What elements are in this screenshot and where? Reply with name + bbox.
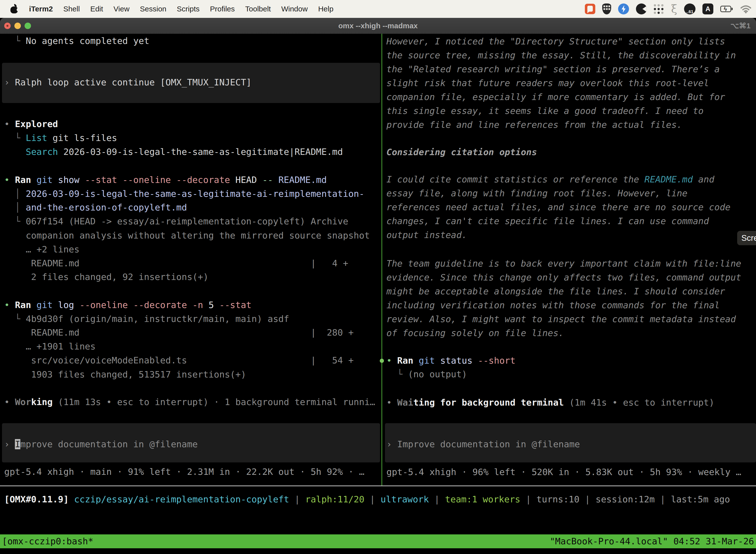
- terminal-line: this single essay, it seems like a good …: [386, 104, 704, 118]
- menu-item-toolbelt[interactable]: Toolbelt: [240, 5, 276, 13]
- terminal-line: However, I noticed the "Directory Struct…: [386, 35, 725, 48]
- terminal-line: slight risk that future readers may over…: [386, 76, 709, 90]
- terminal-line: evidence. Since this change only affects…: [386, 271, 741, 284]
- badge-61-icon[interactable]: ..61: [684, 3, 695, 14]
- prompt-text: › Improve documentation in @filename: [4, 437, 198, 451]
- chat-icon[interactable]: [585, 4, 595, 14]
- terminal-line: └ (no output): [386, 367, 467, 381]
- shield-grid-icon[interactable]: [602, 3, 611, 14]
- terminal-line: … +1901 lines: [4, 340, 96, 353]
- terminal-line: companion file, especially if more comme…: [386, 90, 725, 104]
- terminal-line: The team guideline is to back every impo…: [386, 257, 741, 271]
- apple-menu-icon[interactable]: [10, 4, 18, 14]
- terminal-content: └ No agents completed yet› Ralph loop ac…: [0, 34, 756, 486]
- model-status-line: gpt-5.4 xhigh · 96% left · 520K in · 5.8…: [386, 465, 741, 479]
- menu-item-iterm2[interactable]: iTerm2: [24, 5, 58, 13]
- tmux-status-bar: [omx-cczip0:bash* "MacBook-Pro-44.local"…: [0, 535, 756, 548]
- terminal-line: └ 067f154 (HEAD -> essay/ai-reimplementa…: [4, 214, 348, 228]
- omx-status-row: [OMX#0.11.9] cczip/essay/ai-reimplementa…: [0, 492, 756, 506]
- menu-item-profiles[interactable]: Profiles: [205, 5, 240, 13]
- menu-item-view[interactable]: View: [108, 5, 135, 13]
- terminal-line: └ List git ls-files: [4, 131, 117, 145]
- squiggle-icon[interactable]: ξ: [671, 3, 677, 14]
- omx-status-line: [OMX#0.11.9] cczip/essay/ai-reimplementa…: [4, 492, 730, 506]
- window-title: omx --xhigh --madmax: [0, 18, 756, 34]
- lightning-badge-icon[interactable]: [618, 3, 629, 14]
- input-source-icon[interactable]: A: [702, 3, 713, 14]
- titlebar[interactable]: omx --xhigh --madmax ⌥⌘1: [0, 18, 756, 34]
- terminal-line: references need actual files, and since …: [386, 200, 731, 214]
- working-status-line: • Working (11m 13s • esc to interrupt) ·…: [4, 395, 375, 409]
- terminal-line: the "Related research writing" section i…: [386, 62, 720, 76]
- terminal-line: • Ran git status --short: [386, 354, 515, 368]
- terminal-line: 2 files changed, 92 insertions(+): [4, 270, 208, 284]
- terminal-line: including verification notes with those …: [386, 298, 720, 312]
- iterm-window: omx --xhigh --madmax ⌥⌘1 └ No agents com…: [0, 18, 756, 554]
- terminal-line: └ No agents completed yet: [4, 34, 149, 48]
- terminal-line: might be acceptable alongside the file l…: [386, 284, 725, 298]
- terminal-line: I could cite commit statistics or refere…: [386, 172, 714, 186]
- terminal-line: • Explored: [4, 117, 58, 131]
- prompt-text: › Improve documentation in @filename: [386, 437, 580, 451]
- terminal-line: README.md | 4 +: [4, 257, 348, 270]
- terminal-line: of focusing solely on file lines.: [386, 326, 564, 340]
- terminal-line: │ 2026-03-09-is-legal-the-same-as-legiti…: [4, 187, 364, 201]
- recorder-icon[interactable]: [636, 3, 647, 14]
- terminal-line: changes, I can't cite specific file line…: [386, 214, 709, 228]
- terminal-line: 1903 files changed, 513517 insertions(+): [4, 368, 246, 382]
- dots-grid-icon[interactable]: [654, 4, 664, 14]
- menu-item-window[interactable]: Window: [276, 5, 313, 13]
- terminal-line: README.md | 280 +: [4, 326, 354, 340]
- terminal-line: │ and-the-erosion-of-copyleft.md: [4, 201, 187, 214]
- menubar-items: iTerm2ShellEditViewSessionScriptsProfile…: [24, 5, 338, 13]
- tmux-session-label[interactable]: [omx-cczip0:bash*: [2, 535, 93, 548]
- terminal-line: provide file and line references from th…: [386, 118, 682, 132]
- terminal-line: output instead.: [386, 228, 467, 242]
- terminal-line: … +2 lines: [4, 242, 79, 257]
- pane-divider[interactable]: [381, 34, 382, 486]
- menu-item-session[interactable]: Session: [135, 5, 172, 13]
- terminal-line: Search 2026-03-09-is-legal-the-same-as-l…: [4, 145, 343, 159]
- menu-item-shell[interactable]: Shell: [58, 5, 85, 13]
- terminal-line: the source tree, missing the essay. Stil…: [386, 48, 736, 62]
- tmux-host-clock: "MacBook-Pro-44.local" 04:52 31-Mar-26: [550, 535, 754, 548]
- thinking-heading: Considering citation options: [386, 145, 537, 159]
- pane-divider-indicator: [380, 359, 384, 363]
- terminal-line: companion analysis without altering the …: [4, 229, 370, 242]
- menubar-status-icons: ξ ..61 A ϟ: [585, 3, 756, 14]
- menubar: iTerm2ShellEditViewSessionScriptsProfile…: [0, 0, 756, 18]
- screen-overlay-button[interactable]: Scre: [737, 231, 756, 245]
- battery-icon[interactable]: ϟ: [720, 6, 733, 12]
- terminal-line: • Ran git log --oneline --decorate -n 5 …: [4, 298, 252, 312]
- terminal-line: • Ran git show --stat --oneline --decora…: [4, 173, 327, 187]
- waiting-status-line: • Waiting for background terminal (1m 41…: [386, 396, 714, 409]
- wifi-icon[interactable]: [740, 4, 752, 13]
- terminal-line: src/voice/voiceModeEnabled.ts | 54 +: [4, 353, 354, 367]
- menu-item-edit[interactable]: Edit: [85, 5, 108, 13]
- menu-item-scripts[interactable]: Scripts: [172, 5, 205, 13]
- window-shortcut-badge: ⌥⌘1: [731, 18, 751, 34]
- ralph-loop-line: › Ralph loop active continue [OMX_TMUX_I…: [4, 75, 252, 89]
- terminal-line: └ 4b9d30f (origin/main, instructkr/main,…: [4, 312, 289, 326]
- model-status-line: gpt-5.4 xhigh · main · 91% left · 2.31M …: [4, 465, 364, 479]
- status-divider: [0, 486, 756, 486]
- terminal-line: essay file, along with finding root file…: [386, 186, 688, 200]
- menu-item-help[interactable]: Help: [313, 5, 339, 13]
- terminal-line: review. Also, I might want to inspect th…: [386, 312, 736, 326]
